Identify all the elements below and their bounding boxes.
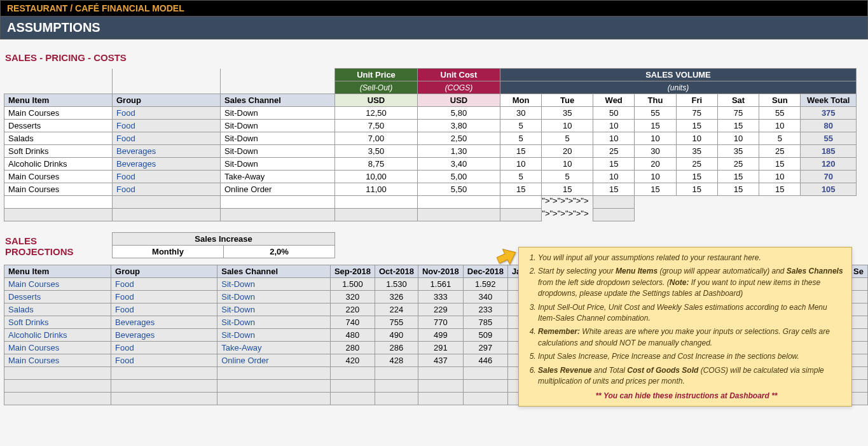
- menu-item-cell[interactable]: Soft Drinks: [4, 316, 111, 329]
- channel-cell[interactable]: Sit-Down: [217, 278, 331, 291]
- volume-cell[interactable]: 5: [759, 132, 801, 145]
- volume-cell[interactable]: 15: [676, 171, 717, 183]
- menu-item-cell[interactable]: Main Courses: [4, 183, 113, 196]
- price-cell[interactable]: 10,00: [335, 171, 418, 183]
- menu-item-cell[interactable]: Desserts: [4, 120, 113, 132]
- projection-cell: 490: [375, 329, 418, 342]
- volume-cell[interactable]: 15: [717, 120, 759, 132]
- projection-cell: 224: [375, 303, 418, 316]
- volume-cell[interactable]: 15: [542, 183, 593, 196]
- volume-cell[interactable]: 10: [635, 171, 676, 183]
- volume-cell[interactable]: 15: [593, 158, 635, 171]
- channel-cell[interactable]: Sit-Down: [221, 120, 335, 132]
- volume-cell[interactable]: 10: [542, 120, 593, 132]
- menu-item-cell[interactable]: Alcoholic Drinks: [4, 329, 111, 342]
- price-cell[interactable]: 7,50: [335, 120, 418, 132]
- volume-cell[interactable]: 30: [500, 107, 542, 120]
- volume-cell[interactable]: 10: [759, 120, 801, 132]
- volume-cell[interactable]: 10: [717, 132, 759, 145]
- volume-cell[interactable]: 25: [759, 145, 801, 158]
- channel-cell[interactable]: Sit-Down: [217, 329, 331, 342]
- menu-item-cell[interactable]: Main Courses: [4, 171, 113, 183]
- volume-cell[interactable]: 20: [635, 158, 676, 171]
- channel-cell[interactable]: Online Order: [217, 354, 331, 367]
- volume-cell[interactable]: 20: [542, 145, 593, 158]
- channel-cell[interactable]: Online Order: [221, 183, 335, 196]
- menu-item-cell[interactable]: Salads: [4, 303, 111, 316]
- price-cell[interactable]: 8,75: [335, 158, 418, 171]
- menu-item-cell[interactable]: Alcoholic Drinks: [4, 158, 113, 171]
- instruction-item: Input Sales Increase, Price Increase and…: [538, 351, 845, 362]
- volume-cell[interactable]: 35: [542, 107, 593, 120]
- volume-cell[interactable]: 15: [593, 183, 635, 196]
- volume-cell[interactable]: 15: [717, 171, 759, 183]
- volume-cell[interactable]: 35: [676, 145, 717, 158]
- cost-cell[interactable]: 1,30: [418, 145, 500, 158]
- price-cell[interactable]: 12,50: [335, 107, 418, 120]
- volume-cell[interactable]: 15: [500, 145, 542, 158]
- volume-cell[interactable]: 55: [759, 107, 801, 120]
- price-cell[interactable]: 11,00: [335, 183, 418, 196]
- volume-cell[interactable]: 5: [542, 132, 593, 145]
- menu-item-cell[interactable]: Salads: [4, 132, 113, 145]
- menu-item-cell[interactable]: Main Courses: [4, 278, 111, 291]
- cost-cell[interactable]: 5,00: [418, 171, 500, 183]
- channel-cell[interactable]: Sit-Down: [217, 291, 331, 303]
- menu-item-cell[interactable]: Desserts: [4, 291, 111, 303]
- price-cell[interactable]: 7,00: [335, 132, 418, 145]
- volume-cell[interactable]: 5: [542, 171, 593, 183]
- menu-item-cell[interactable]: Main Courses: [4, 342, 111, 354]
- volume-cell[interactable]: 10: [759, 171, 801, 183]
- volume-cell[interactable]: 30: [635, 145, 676, 158]
- channel-cell[interactable]: Sit-Down: [221, 145, 335, 158]
- cost-cell[interactable]: 5,80: [418, 107, 500, 120]
- section-sales-projections-title: SALES PROJECTIONS: [0, 228, 112, 258]
- channel-cell[interactable]: Take-Away: [221, 171, 335, 183]
- volume-cell[interactable]: 10: [593, 132, 635, 145]
- volume-cell[interactable]: 5: [500, 132, 542, 145]
- projection-cell: 1.530: [375, 278, 418, 291]
- channel-cell[interactable]: Take-Away: [217, 342, 331, 354]
- volume-cell[interactable]: 35: [717, 145, 759, 158]
- menu-item-cell[interactable]: Main Courses: [4, 107, 113, 120]
- volume-cell[interactable]: 15: [635, 183, 676, 196]
- volume-cell[interactable]: 5: [500, 120, 542, 132]
- volume-cell[interactable]: 55: [635, 107, 676, 120]
- menu-item-cell[interactable]: Main Courses: [4, 354, 111, 367]
- channel-cell[interactable]: Sit-Down: [221, 158, 335, 171]
- volume-cell[interactable]: 15: [759, 158, 801, 171]
- channel-cell[interactable]: Sit-Down: [221, 132, 335, 145]
- cost-cell[interactable]: 5,50: [418, 183, 500, 196]
- volume-cell[interactable]: 25: [717, 158, 759, 171]
- volume-cell[interactable]: 15: [717, 183, 759, 196]
- volume-cell[interactable]: 15: [676, 120, 717, 132]
- cost-cell[interactable]: 3,40: [418, 158, 500, 171]
- volume-cell[interactable]: 10: [593, 171, 635, 183]
- volume-cell[interactable]: 5: [500, 171, 542, 183]
- volume-cell[interactable]: 15: [635, 120, 676, 132]
- volume-cell[interactable]: 10: [635, 132, 676, 145]
- channel-cell[interactable]: Sit-Down: [221, 107, 335, 120]
- volume-cell[interactable]: 15: [676, 183, 717, 196]
- projection-cell: 229: [418, 303, 463, 316]
- volume-cell[interactable]: 10: [500, 158, 542, 171]
- volume-cell[interactable]: 25: [676, 158, 717, 171]
- volume-cell[interactable]: 10: [593, 120, 635, 132]
- channel-cell[interactable]: Sit-Down: [217, 303, 331, 316]
- projection-cell: 220: [330, 303, 375, 316]
- cost-cell[interactable]: 3,80: [418, 120, 500, 132]
- volume-cell[interactable]: 50: [593, 107, 635, 120]
- volume-cell[interactable]: 25: [593, 145, 635, 158]
- volume-cell[interactable]: 15: [500, 183, 542, 196]
- cost-cell[interactable]: 2,50: [418, 132, 500, 145]
- sales-increase-value[interactable]: 2,0%: [224, 246, 335, 258]
- volume-cell[interactable]: 10: [676, 132, 717, 145]
- volume-cell[interactable]: 75: [717, 107, 759, 120]
- channel-cell[interactable]: Sit-Down: [217, 316, 331, 329]
- instructions-box: You will input all your assumptions rela…: [518, 247, 852, 407]
- volume-cell[interactable]: 75: [676, 107, 717, 120]
- volume-cell[interactable]: 15: [759, 183, 801, 196]
- price-cell[interactable]: 3,50: [335, 145, 418, 158]
- menu-item-cell[interactable]: Soft Drinks: [4, 145, 113, 158]
- volume-cell[interactable]: 10: [542, 158, 593, 171]
